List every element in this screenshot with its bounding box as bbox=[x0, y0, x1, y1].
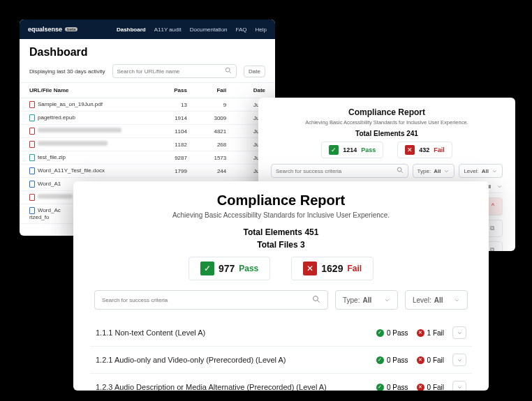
chevron-down-icon bbox=[443, 168, 450, 174]
expand-button[interactable] bbox=[452, 354, 466, 366]
pass-badge: ✓0 Pass bbox=[376, 384, 408, 391]
fail-chip: ✕ 1629 Fail bbox=[291, 257, 374, 280]
svg-point-1 bbox=[397, 167, 401, 172]
level-filter[interactable]: Level: All bbox=[459, 164, 503, 178]
pass-badge: ✓0 Pass bbox=[376, 356, 408, 364]
fail-badge: ✕1 Fail bbox=[417, 329, 444, 337]
criteria-row[interactable]: 1.1.1 Non-text Content (Level A) ✓0 Pass… bbox=[90, 319, 472, 347]
logo-badge: beta bbox=[65, 27, 77, 31]
file-icon bbox=[29, 128, 35, 135]
nav-help[interactable]: Help bbox=[256, 27, 267, 33]
criteria-search[interactable] bbox=[271, 164, 408, 178]
redacted-text bbox=[38, 141, 108, 146]
report-sub: Achieving Basic Accessibility Standards … bbox=[90, 211, 472, 219]
col-date: Date bbox=[236, 83, 275, 98]
file-icon bbox=[29, 207, 35, 214]
page-title: Dashboard bbox=[20, 39, 275, 64]
nav-documentation[interactable]: Documentation bbox=[190, 27, 228, 33]
expand-button[interactable] bbox=[452, 326, 466, 339]
dashboard-search-input[interactable] bbox=[117, 68, 226, 75]
pass-chip: ✓ 1214 Pass bbox=[321, 142, 383, 158]
dashboard-search[interactable] bbox=[112, 64, 237, 78]
file-icon bbox=[29, 181, 35, 188]
nav-a11y-audit[interactable]: A11Y audit bbox=[154, 27, 182, 33]
nav-dashboard[interactable]: Dashboard bbox=[117, 27, 146, 33]
search-icon bbox=[225, 67, 232, 75]
report-title: Compliance Report bbox=[90, 192, 472, 209]
criteria-search[interactable] bbox=[94, 290, 328, 310]
table-row[interactable]: 1104 4821 Jul 3 bbox=[20, 125, 275, 138]
nav-faq[interactable]: FAQ bbox=[236, 27, 247, 33]
col-name: URL/File Name bbox=[20, 83, 157, 98]
collapse-icon[interactable]: ^ bbox=[489, 202, 496, 211]
copy-icon[interactable]: ⧉ bbox=[488, 246, 496, 251]
file-icon bbox=[29, 194, 35, 201]
x-icon: ✕ bbox=[405, 145, 415, 155]
logo: equalsense beta bbox=[28, 26, 77, 33]
copy-icon[interactable]: ⧉ bbox=[488, 225, 496, 232]
criteria-search-input[interactable] bbox=[102, 297, 312, 303]
file-icon bbox=[29, 101, 35, 108]
total-elements: Total Elements 451 bbox=[90, 226, 472, 239]
col-fail: Fail bbox=[197, 83, 236, 98]
table-row[interactable]: Word_A11Y_Test_file.docx 1799 244 Jul 1 bbox=[20, 165, 275, 178]
chevron-down-icon[interactable] bbox=[496, 183, 503, 190]
table-row[interactable]: 1182 268 Jul 3 bbox=[20, 138, 275, 151]
logo-text: equalsense bbox=[28, 26, 62, 33]
nav-items: Dashboard A11Y audit Documentation FAQ H… bbox=[117, 27, 267, 33]
table-row[interactable]: Sample_as_on_19Jun.pdf 13 9 Jul 3 bbox=[20, 98, 275, 112]
report-sub: Achieving Basic Accessibility Standards … bbox=[271, 119, 503, 126]
svg-point-2 bbox=[313, 296, 318, 301]
file-icon bbox=[29, 114, 35, 121]
level-filter[interactable]: Level: All bbox=[405, 290, 468, 310]
dashboard-toolbar: Displaying last 30 days activity Date bbox=[20, 64, 275, 82]
table-row[interactable]: test_file.zip 9287 1573 Jul 2 bbox=[20, 151, 275, 165]
chevron-down-icon bbox=[454, 297, 460, 303]
chevron-down-icon bbox=[492, 168, 498, 174]
fail-chip: ✕ 432 Fail bbox=[397, 142, 452, 158]
redacted-text bbox=[38, 128, 121, 133]
search-icon bbox=[397, 167, 404, 175]
expand-button[interactable] bbox=[452, 381, 466, 391]
criteria-row[interactable]: 1.2.1 Audio-only and Video-only (Prereco… bbox=[90, 347, 472, 374]
pass-badge: ✓0 Pass bbox=[376, 329, 408, 337]
criteria-row[interactable]: 1.2.3 Audio Description or Media Alterna… bbox=[90, 374, 472, 391]
activity-label: Displaying last 30 days activity bbox=[29, 68, 105, 75]
fail-badge: ✕0 Fail bbox=[417, 384, 444, 391]
file-icon bbox=[29, 167, 35, 174]
total-elements: Total Elements 241 bbox=[271, 130, 503, 137]
file-icon bbox=[29, 141, 35, 148]
total-files: Total Files 3 bbox=[90, 239, 472, 251]
check-icon: ✓ bbox=[329, 145, 339, 155]
report-title: Compliance Report bbox=[271, 107, 503, 117]
svg-point-0 bbox=[226, 68, 230, 72]
col-pass: Pass bbox=[157, 83, 197, 98]
compliance-report-front: Compliance Report Achieving Basic Access… bbox=[73, 181, 489, 391]
search-icon bbox=[312, 295, 320, 305]
x-icon: ✕ bbox=[303, 262, 317, 275]
type-filter[interactable]: Type: All bbox=[335, 290, 398, 310]
fail-badge: ✕0 Fail bbox=[417, 356, 444, 364]
type-filter[interactable]: Type: All bbox=[413, 164, 455, 178]
date-filter[interactable]: Date bbox=[244, 66, 265, 77]
criteria-search-input[interactable] bbox=[276, 168, 397, 174]
top-nav: equalsense beta Dashboard A11Y audit Doc… bbox=[20, 20, 275, 39]
check-icon: ✓ bbox=[200, 262, 214, 275]
pass-chip: ✓ 977 Pass bbox=[189, 257, 270, 280]
file-icon bbox=[29, 154, 35, 161]
redacted-text bbox=[38, 194, 73, 199]
table-row[interactable]: pagettred.epub 1914 3009 Jul 3 bbox=[20, 112, 275, 125]
chevron-down-icon bbox=[384, 297, 390, 303]
